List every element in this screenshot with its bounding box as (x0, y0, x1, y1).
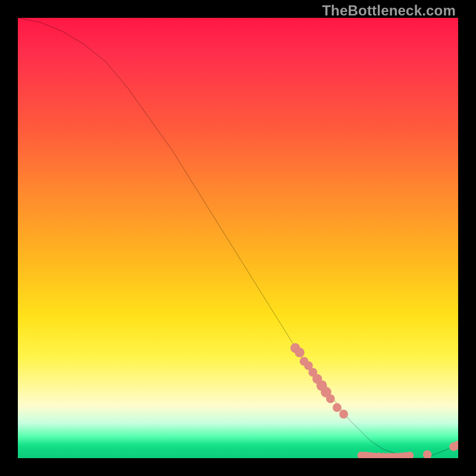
cluster-point (295, 347, 304, 357)
plot-area (18, 18, 458, 458)
cluster-point (423, 450, 432, 458)
chart-stage: TheBottleneck.com (0, 0, 476, 476)
watermark-label: TheBottleneck.com (322, 2, 456, 19)
cluster-point (326, 394, 335, 403)
bottleneck-curve (18, 18, 458, 458)
cluster-point (333, 403, 342, 412)
cluster-point (339, 410, 348, 419)
data-markers (290, 343, 458, 458)
curve-layer (18, 18, 458, 458)
